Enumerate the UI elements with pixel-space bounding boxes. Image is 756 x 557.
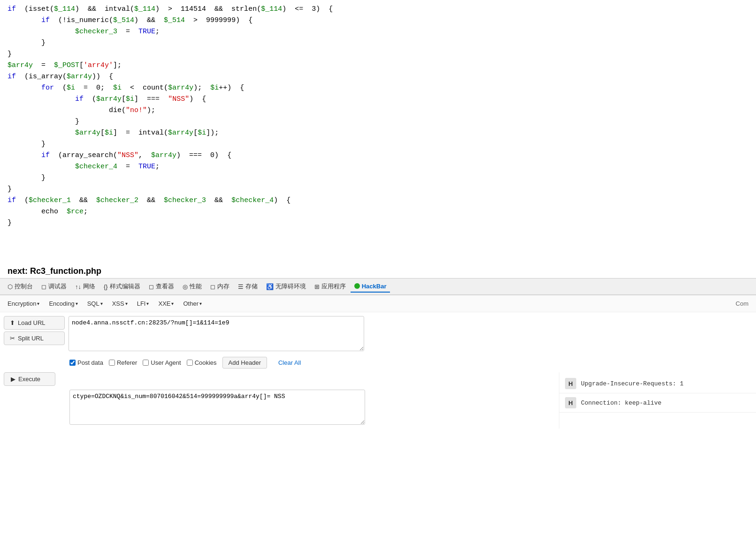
devtools-toolbar: ⬡ 控制台 ◻ 调试器 ↑↓ 网络 {} 样式编辑器 ◻ 查看器 ◎ 性能 ◻ …: [0, 278, 756, 295]
performance-label: 性能: [190, 282, 202, 291]
post-data-checkbox-label[interactable]: Post data: [69, 359, 103, 366]
side-buttons: ⬆ Load URL ✂ Split URL: [4, 316, 65, 345]
code-line: $checker_4 = TRUE;: [8, 161, 748, 173]
other-label: Other: [183, 300, 199, 307]
encryption-label: Encryption: [8, 300, 36, 307]
play-icon: ▶: [11, 376, 15, 383]
code-line: if ($arr4y[$i] === "NSS") {: [8, 94, 748, 105]
cookies-checkbox[interactable]: [187, 360, 193, 366]
xxe-menu[interactable]: XXE ▾: [154, 298, 177, 309]
sql-chevron-icon: ▾: [100, 301, 103, 306]
post-data-input[interactable]: ctype=OZDCKNQ&is_num=807016042&514=99999…: [69, 390, 365, 425]
memory-btn[interactable]: ◻ 内存: [206, 280, 233, 293]
console-label: 调试器: [48, 282, 67, 291]
xxe-chevron-icon: ▾: [171, 301, 174, 306]
headers-panel: H Upgrade-Insecure-Requests: 1 H Connect…: [559, 372, 756, 429]
user-agent-checkbox[interactable]: [143, 360, 149, 366]
referer-label: Referer: [117, 359, 137, 366]
other-chevron-icon: ▾: [199, 301, 202, 306]
header-row-connection: H Connection: keep-alive: [559, 393, 756, 413]
com-label: Com: [732, 298, 752, 309]
header-text-upgrade: Upgrade-Insecure-Requests: 1: [581, 380, 683, 387]
memory-icon: ◻: [210, 283, 215, 290]
header-text-connection: Connection: keep-alive: [581, 399, 662, 406]
memory-label: 内存: [217, 282, 229, 291]
encryption-chevron-icon: ▾: [37, 301, 39, 306]
execute-row: ▶ Execute: [0, 372, 559, 390]
storage-label: 存储: [245, 282, 258, 291]
encryption-menu[interactable]: Encryption ▾: [4, 298, 43, 309]
encoding-menu[interactable]: Encoding ▾: [45, 298, 81, 309]
sql-menu[interactable]: SQL ▾: [84, 298, 107, 309]
code-line: if (!is_numeric($_514) && $_514 > 999999…: [8, 15, 748, 26]
referer-checkbox-label[interactable]: Referer: [109, 359, 137, 366]
upload-icon: ⬆: [10, 319, 15, 326]
cookies-checkbox-label[interactable]: Cookies: [187, 359, 217, 366]
code-line: $arr4y[$i] = intval($arr4y[$i]);: [8, 128, 748, 139]
sql-label: SQL: [87, 300, 99, 307]
lfi-chevron-icon: ▾: [146, 301, 149, 306]
accessibility-btn[interactable]: ♿ 无障碍环境: [262, 280, 310, 293]
application-btn[interactable]: ⊞ 应用程序: [311, 280, 350, 293]
code-line: }: [8, 49, 748, 60]
console-btn[interactable]: ◻ 调试器: [38, 280, 70, 293]
xxe-label: XXE: [158, 300, 170, 307]
code-line: }: [8, 38, 748, 49]
console-icon: ◻: [41, 283, 46, 290]
network-label: 网络: [83, 282, 95, 291]
inspector2-btn[interactable]: ◻ 查看器: [145, 280, 178, 293]
execute-label: Execute: [18, 376, 40, 383]
lfi-menu[interactable]: LFI ▾: [133, 298, 153, 309]
code-line: }: [8, 139, 748, 150]
cookies-label: Cookies: [195, 359, 217, 366]
add-header-button[interactable]: Add Header: [222, 357, 267, 369]
split-url-label: Split URL: [18, 335, 44, 342]
code-line: }: [8, 116, 748, 128]
code-line: if (is_array($arr4y)) {: [8, 71, 748, 83]
hackbar-checkboxes: Post data Referer User Agent Cookies Add…: [0, 355, 756, 372]
clear-all-button[interactable]: Clear All: [273, 357, 306, 368]
execute-button[interactable]: ▶ Execute: [4, 372, 55, 386]
hackbar-url-controls: ⬆ Load URL ✂ Split URL node4.anna.nssctf…: [0, 312, 756, 355]
load-url-label: Load URL: [18, 319, 46, 326]
hackbar-panel: Encryption ▾ Encoding ▾ SQL ▾ XSS ▾ LFI …: [0, 295, 756, 429]
inspector-label: 控制台: [15, 282, 33, 291]
code-line: echo $rce;: [8, 206, 748, 218]
performance-icon: ◎: [183, 283, 188, 290]
performance-btn[interactable]: ◎ 性能: [179, 280, 206, 293]
hackbar-dot-icon: [354, 283, 360, 289]
application-icon: ⊞: [314, 283, 320, 290]
header-badge-upgrade: H: [565, 378, 576, 389]
encoding-chevron-icon: ▾: [76, 301, 78, 306]
inspector2-icon: ◻: [149, 283, 154, 290]
code-line: $checker_3 = TRUE;: [8, 26, 748, 38]
code-line: $arr4y = $_POST['arr4y'];: [8, 60, 748, 71]
user-agent-checkbox-label[interactable]: User Agent: [143, 359, 181, 366]
code-line: if (array_search("NSS", $arr4y) === 0) {: [8, 150, 748, 161]
user-agent-label: User Agent: [151, 359, 181, 366]
split-url-button[interactable]: ✂ Split URL: [4, 331, 65, 345]
storage-btn[interactable]: ☰ 存储: [234, 280, 261, 293]
post-data-checkbox[interactable]: [69, 360, 76, 366]
header-badge-connection: H: [565, 397, 576, 408]
xss-menu[interactable]: XSS ▾: [108, 298, 131, 309]
style-editor-btn[interactable]: {} 样式编辑器: [100, 280, 144, 293]
hackbar-btn[interactable]: HackBar: [351, 281, 390, 293]
load-url-button[interactable]: ⬆ Load URL: [4, 316, 65, 330]
code-line: if ($checker_1 && $checker_2 && $checker…: [8, 195, 748, 206]
inspector2-label: 查看器: [156, 282, 174, 291]
other-menu[interactable]: Other ▾: [179, 298, 206, 309]
next-label: next: Rc3_function.php: [0, 263, 756, 278]
referer-checkbox[interactable]: [109, 360, 115, 366]
code-line: if (isset($_114) && intval($_114) > 1145…: [8, 4, 748, 15]
network-btn[interactable]: ↑↓ 网络: [71, 280, 99, 293]
hackbar-menu: Encryption ▾ Encoding ▾ SQL ▾ XSS ▾ LFI …: [0, 295, 756, 312]
url-input[interactable]: node4.anna.nssctf.cn:28235/?num[]=1&114=…: [69, 316, 364, 351]
style-editor-label: 样式编辑器: [110, 282, 140, 291]
code-line: }: [8, 173, 748, 184]
storage-icon: ☰: [238, 283, 244, 290]
inspector-btn[interactable]: ⬡ 控制台: [4, 280, 37, 293]
header-row-upgrade: H Upgrade-Insecure-Requests: 1: [559, 374, 756, 393]
code-line: }: [8, 218, 748, 229]
lfi-label: LFI: [137, 300, 146, 307]
